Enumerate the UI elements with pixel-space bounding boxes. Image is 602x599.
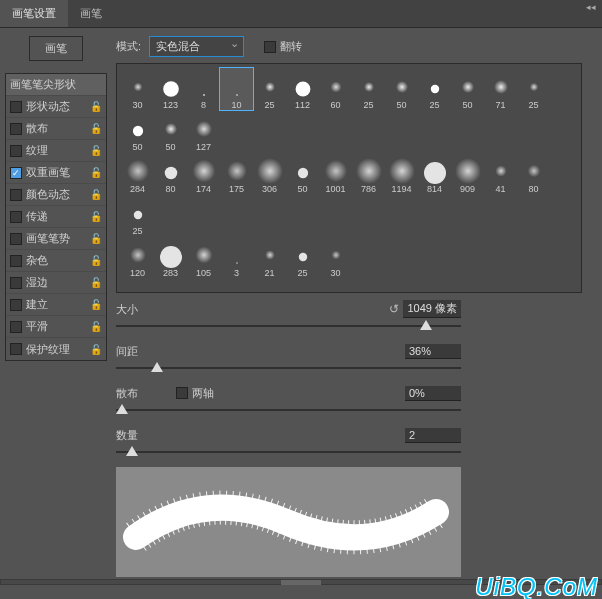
option-杂色[interactable]: 杂色🔓 bbox=[6, 250, 106, 272]
lock-icon[interactable]: 🔓 bbox=[90, 299, 102, 310]
option-checkbox[interactable] bbox=[10, 255, 22, 267]
option-传递[interactable]: 传递🔓 bbox=[6, 206, 106, 228]
brush-preset[interactable]: 50 bbox=[286, 152, 319, 194]
brush-preset[interactable]: 25 bbox=[253, 68, 286, 110]
option-形状动态[interactable]: 形状动态🔓 bbox=[6, 96, 106, 118]
brush-preset[interactable]: 123 bbox=[154, 68, 187, 110]
option-label: 颜色动态 bbox=[26, 187, 90, 202]
brush-preset[interactable]: 175 bbox=[220, 152, 253, 194]
option-建立[interactable]: 建立🔓 bbox=[6, 294, 106, 316]
brush-preset[interactable]: 814 bbox=[418, 152, 451, 194]
brush-preset[interactable]: 127 bbox=[187, 110, 220, 152]
reset-size-icon[interactable]: ↺ bbox=[389, 302, 399, 316]
option-checkbox[interactable] bbox=[10, 277, 22, 289]
collapse-chevrons-icon[interactable]: ◂◂ bbox=[586, 2, 596, 12]
brush-preset[interactable]: 25 bbox=[121, 194, 154, 236]
brush-preset[interactable]: 30 bbox=[121, 68, 154, 110]
brush-preset[interactable]: 21 bbox=[253, 236, 286, 278]
brush-button[interactable]: 画笔 bbox=[29, 36, 83, 61]
brush-preset[interactable]: 8 bbox=[187, 68, 220, 110]
spacing-label: 间距 bbox=[116, 344, 176, 359]
option-checkbox[interactable] bbox=[10, 101, 22, 113]
scatter-slider-thumb[interactable] bbox=[116, 404, 128, 414]
brush-preset[interactable]: 283 bbox=[154, 236, 187, 278]
lock-icon[interactable]: 🔓 bbox=[90, 167, 102, 178]
brush-preset[interactable]: 25 bbox=[352, 68, 385, 110]
brush-tip-shape-header[interactable]: 画笔笔尖形状 bbox=[6, 74, 106, 96]
size-slider-thumb[interactable] bbox=[420, 320, 432, 330]
scatter-input[interactable]: 0% bbox=[405, 386, 461, 401]
brush-preset[interactable]: 25 bbox=[517, 68, 550, 110]
resize-grip[interactable] bbox=[281, 580, 321, 585]
brush-preset[interactable]: 284 bbox=[121, 152, 154, 194]
option-双重画笔[interactable]: 双重画笔🔓 bbox=[6, 162, 106, 184]
lock-icon[interactable]: 🔓 bbox=[90, 211, 102, 222]
brush-preset[interactable]: 112 bbox=[286, 68, 319, 110]
scatter-slider[interactable] bbox=[116, 403, 461, 417]
option-颜色动态[interactable]: 颜色动态🔓 bbox=[6, 184, 106, 206]
lock-icon[interactable]: 🔓 bbox=[90, 277, 102, 288]
lock-icon[interactable]: 🔓 bbox=[90, 233, 102, 244]
brush-preset[interactable]: 909 bbox=[451, 152, 484, 194]
tab-画笔设置[interactable]: 画笔设置 bbox=[0, 0, 68, 27]
spacing-slider[interactable] bbox=[116, 361, 461, 375]
lock-icon[interactable]: 🔓 bbox=[90, 255, 102, 266]
brush-preset[interactable]: 30 bbox=[319, 236, 352, 278]
option-保护纹理[interactable]: 保护纹理🔓 bbox=[6, 338, 106, 360]
option-散布[interactable]: 散布🔓 bbox=[6, 118, 106, 140]
brush-preset[interactable]: 1001 bbox=[319, 152, 352, 194]
brush-preset[interactable]: 50 bbox=[154, 110, 187, 152]
spacing-slider-thumb[interactable] bbox=[151, 362, 163, 372]
brush-preset[interactable]: 105 bbox=[187, 236, 220, 278]
option-label: 杂色 bbox=[26, 253, 90, 268]
both-axes-checkbox[interactable]: 两轴 bbox=[176, 386, 214, 401]
brush-preset[interactable]: 50 bbox=[385, 68, 418, 110]
brush-preset[interactable]: 60 bbox=[319, 68, 352, 110]
count-slider-thumb[interactable] bbox=[126, 446, 138, 456]
lock-icon[interactable]: 🔓 bbox=[90, 344, 102, 355]
lock-icon[interactable]: 🔓 bbox=[90, 123, 102, 134]
flip-checkbox[interactable]: 翻转 bbox=[264, 39, 302, 54]
option-label: 传递 bbox=[26, 209, 90, 224]
lock-icon[interactable]: 🔓 bbox=[90, 145, 102, 156]
brush-preset[interactable]: 71 bbox=[484, 68, 517, 110]
option-checkbox[interactable] bbox=[10, 299, 22, 311]
lock-icon[interactable]: 🔓 bbox=[90, 101, 102, 112]
brush-size-label: 283 bbox=[163, 268, 178, 278]
brush-preset[interactable]: 1194 bbox=[385, 152, 418, 194]
option-checkbox[interactable] bbox=[10, 321, 22, 333]
count-input[interactable]: 2 bbox=[405, 428, 461, 443]
option-checkbox[interactable] bbox=[10, 145, 22, 157]
brush-preset[interactable]: 306 bbox=[253, 152, 286, 194]
brush-preset[interactable]: 25 bbox=[286, 236, 319, 278]
count-slider[interactable] bbox=[116, 445, 461, 459]
brush-preset[interactable]: 41 bbox=[484, 152, 517, 194]
size-input[interactable]: 1049 像素 bbox=[403, 300, 461, 318]
option-画笔笔势[interactable]: 画笔笔势🔓 bbox=[6, 228, 106, 250]
option-checkbox[interactable] bbox=[10, 233, 22, 245]
option-湿边[interactable]: 湿边🔓 bbox=[6, 272, 106, 294]
brush-preset[interactable]: 50 bbox=[121, 110, 154, 152]
option-checkbox[interactable] bbox=[10, 123, 22, 135]
brush-preset[interactable]: 80 bbox=[154, 152, 187, 194]
brush-preset[interactable]: 174 bbox=[187, 152, 220, 194]
blend-mode-select[interactable]: 实色混合 bbox=[149, 36, 244, 57]
lock-icon[interactable]: 🔓 bbox=[90, 189, 102, 200]
brush-preset[interactable]: 786 bbox=[352, 152, 385, 194]
brush-preset[interactable]: 80 bbox=[517, 152, 550, 194]
option-checkbox[interactable] bbox=[10, 189, 22, 201]
option-checkbox[interactable] bbox=[10, 211, 22, 223]
tab-画笔[interactable]: 画笔 bbox=[68, 0, 114, 27]
brush-preset[interactable]: 3 bbox=[220, 236, 253, 278]
brush-preset[interactable]: 120 bbox=[121, 236, 154, 278]
option-checkbox[interactable] bbox=[10, 167, 22, 179]
brush-preset[interactable]: 25 bbox=[418, 68, 451, 110]
brush-preset[interactable]: 10 bbox=[220, 68, 253, 110]
size-slider[interactable] bbox=[116, 319, 461, 333]
option-平滑[interactable]: 平滑🔓 bbox=[6, 316, 106, 338]
brush-preset[interactable]: 50 bbox=[451, 68, 484, 110]
lock-icon[interactable]: 🔓 bbox=[90, 321, 102, 332]
spacing-input[interactable]: 36% bbox=[405, 344, 461, 359]
option-纹理[interactable]: 纹理🔓 bbox=[6, 140, 106, 162]
option-checkbox[interactable] bbox=[10, 343, 22, 355]
